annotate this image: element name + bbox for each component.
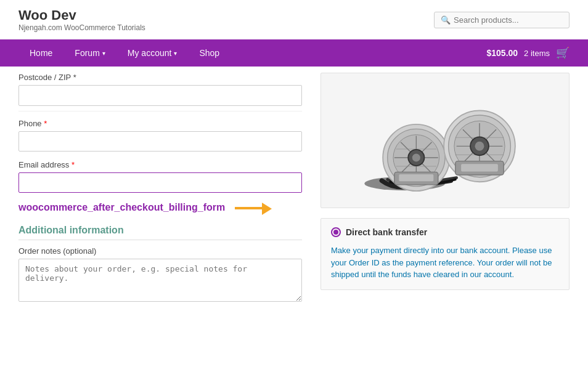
order-notes-group: Order notes (optional) xyxy=(18,246,302,304)
nav-item-myaccount[interactable]: My account ▾ xyxy=(116,39,189,67)
phone-required-star: * xyxy=(44,119,47,128)
nav-cart-area: $105.00 2 items 🛒 xyxy=(486,46,570,60)
svg-point-24 xyxy=(475,142,484,151)
search-input[interactable] xyxy=(454,15,563,25)
radio-dot-inner xyxy=(333,230,338,235)
site-subtitle: Njengah.com WooCommerce Tutorials xyxy=(18,23,145,32)
site-branding: Woo Dev Njengah.com WooCommerce Tutorial… xyxy=(18,7,145,32)
nav-item-forum[interactable]: Forum ▾ xyxy=(63,39,116,67)
order-notes-label: Order notes (optional) xyxy=(18,246,302,256)
site-navigation: Home Forum ▾ My account ▾ Shop $105.00 2… xyxy=(0,39,588,67)
arrow-icon xyxy=(235,201,272,214)
radio-button-bank-transfer[interactable] xyxy=(331,227,341,237)
phone-field-group: Phone * xyxy=(18,119,302,152)
site-title: Woo Dev xyxy=(18,7,145,23)
phone-input[interactable] xyxy=(18,131,302,152)
postcode-label: Postcode / ZIP * xyxy=(18,73,302,82)
email-required-star: * xyxy=(71,160,75,169)
order-notes-input[interactable] xyxy=(18,259,302,302)
payment-option-bank-transfer: Direct bank transfer xyxy=(331,227,559,237)
cart-total: $105.00 xyxy=(486,48,518,58)
chevron-down-icon: ▾ xyxy=(102,50,105,57)
cart-icon[interactable]: 🛒 xyxy=(556,46,570,60)
right-column: Direct bank transfer Make your payment d… xyxy=(321,73,570,312)
payment-section: Direct bank transfer Make your payment d… xyxy=(321,218,570,290)
form-column: Postcode / ZIP * Phone * Email address *… xyxy=(18,73,302,312)
svg-point-11 xyxy=(412,153,420,161)
email-input[interactable] xyxy=(18,172,302,193)
payment-description: Make your payment directly into our bank… xyxy=(331,245,559,281)
search-box[interactable]: 🔍 xyxy=(434,12,570,28)
postcode-field-group: Postcode / ZIP * xyxy=(18,73,302,111)
nav-item-home[interactable]: Home xyxy=(18,39,63,67)
svg-rect-13 xyxy=(399,174,433,181)
email-field-group: Email address * xyxy=(18,160,302,193)
search-icon: 🔍 xyxy=(441,15,451,25)
phone-label: Phone * xyxy=(18,119,302,128)
payment-option-label: Direct bank transfer xyxy=(346,227,427,237)
cart-count: 2 items xyxy=(524,49,550,58)
product-image-area xyxy=(321,73,570,208)
additional-info-title: Additional information xyxy=(18,225,302,240)
hook-label: woocommerce_after_checkout_billing_form xyxy=(18,201,302,214)
nav-item-shop[interactable]: Shop xyxy=(188,39,231,67)
email-label: Email address * xyxy=(18,160,302,169)
product-image xyxy=(359,79,531,202)
chevron-down-icon: ▾ xyxy=(174,50,177,57)
postcode-input-container xyxy=(18,85,302,106)
nav-links: Home Forum ▾ My account ▾ Shop xyxy=(18,39,231,67)
site-header: Woo Dev Njengah.com WooCommerce Tutorial… xyxy=(0,0,588,39)
main-content: Postcode / ZIP * Phone * Email address *… xyxy=(0,73,588,312)
svg-rect-26 xyxy=(461,164,498,171)
